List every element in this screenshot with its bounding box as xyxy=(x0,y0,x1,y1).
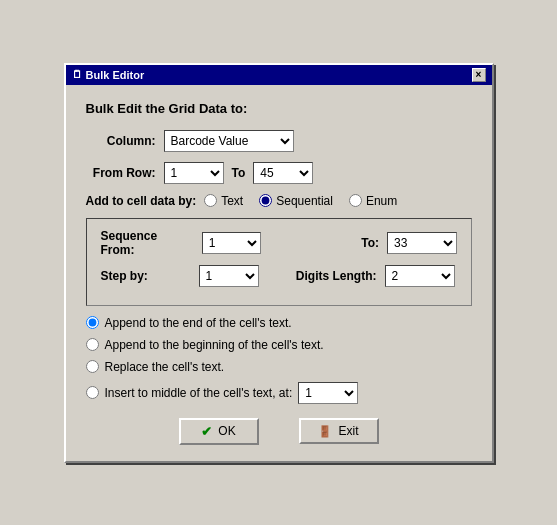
radio-text-label: Text xyxy=(221,194,243,208)
opt1-radio[interactable] xyxy=(86,316,99,329)
opt4-label: Insert to middle of the cell's text, at: xyxy=(105,386,293,400)
exit-label: Exit xyxy=(338,424,358,438)
seq-to-select[interactable]: 33 xyxy=(387,232,456,254)
opt4-row: Insert to middle of the cell's text, at:… xyxy=(86,382,472,404)
opt2-radio[interactable] xyxy=(86,338,99,351)
exit-icon: 🚪 xyxy=(318,425,332,438)
to-row-select[interactable]: 45 xyxy=(253,162,313,184)
title-bar: 🗒 Bulk Editor × xyxy=(66,65,492,85)
opt2-row: Append to the beginning of the cell's te… xyxy=(86,338,472,352)
radio-enum-item[interactable]: Enum xyxy=(349,194,397,208)
opt2-label: Append to the beginning of the cell's te… xyxy=(105,338,324,352)
button-row: ✔ OK 🚪 Exit xyxy=(86,418,472,445)
window-content: Bulk Edit the Grid Data to: Column: Barc… xyxy=(66,85,492,461)
step-row: Step by: 1 Digits Length: 2 xyxy=(101,265,457,287)
seq-from-select[interactable]: 1 xyxy=(202,232,261,254)
column-row: Column: Barcode Value xyxy=(86,130,472,152)
radio-enum[interactable] xyxy=(349,194,362,207)
opt3-radio[interactable] xyxy=(86,360,99,373)
main-title: Bulk Edit the Grid Data to: xyxy=(86,101,472,116)
radio-text-item[interactable]: Text xyxy=(204,194,243,208)
to-separator: To xyxy=(232,166,246,180)
column-label: Column: xyxy=(86,134,156,148)
opt1-row: Append to the end of the cell's text. xyxy=(86,316,472,330)
insert-at-select[interactable]: 1 xyxy=(298,382,358,404)
from-to-row: From Row: 1 To 45 xyxy=(86,162,472,184)
seq-to-label: To: xyxy=(289,236,379,250)
column-select[interactable]: Barcode Value xyxy=(164,130,294,152)
sequence-panel: Sequence From: 1 To: 33 Step by: 1 Digit… xyxy=(86,218,472,306)
opt1-label: Append to the end of the cell's text. xyxy=(105,316,292,330)
add-by-row: Add to cell data by: Text Sequential Enu… xyxy=(86,194,472,208)
close-button[interactable]: × xyxy=(472,68,486,82)
radio-text[interactable] xyxy=(204,194,217,207)
seq-from-label: Sequence From: xyxy=(101,229,194,257)
step-select[interactable]: 1 xyxy=(199,265,259,287)
seq-from-row: Sequence From: 1 To: 33 xyxy=(101,229,457,257)
digits-select[interactable]: 2 xyxy=(385,265,455,287)
step-label: Step by: xyxy=(101,269,191,283)
ok-icon: ✔ xyxy=(201,424,212,439)
bulk-editor-window: 🗒 Bulk Editor × Bulk Edit the Grid Data … xyxy=(64,63,494,463)
radio-enum-label: Enum xyxy=(366,194,397,208)
exit-button[interactable]: 🚪 Exit xyxy=(299,418,379,444)
option-rows: Append to the end of the cell's text. Ap… xyxy=(86,316,472,404)
ok-button[interactable]: ✔ OK xyxy=(179,418,259,445)
radio-sequential-item[interactable]: Sequential xyxy=(259,194,333,208)
opt3-row: Replace the cell's text. xyxy=(86,360,472,374)
from-row-select[interactable]: 1 xyxy=(164,162,224,184)
add-by-radio-group: Text Sequential Enum xyxy=(204,194,397,208)
window-title: Bulk Editor xyxy=(86,69,145,81)
opt4-radio[interactable] xyxy=(86,386,99,399)
add-by-label: Add to cell data by: xyxy=(86,194,197,208)
radio-sequential[interactable] xyxy=(259,194,272,207)
radio-sequential-label: Sequential xyxy=(276,194,333,208)
from-row-label: From Row: xyxy=(86,166,156,180)
window-icon: 🗒 xyxy=(72,69,82,80)
opt3-label: Replace the cell's text. xyxy=(105,360,225,374)
digits-label: Digits Length: xyxy=(287,269,377,283)
title-bar-title: 🗒 Bulk Editor xyxy=(72,69,145,81)
ok-label: OK xyxy=(218,424,235,438)
